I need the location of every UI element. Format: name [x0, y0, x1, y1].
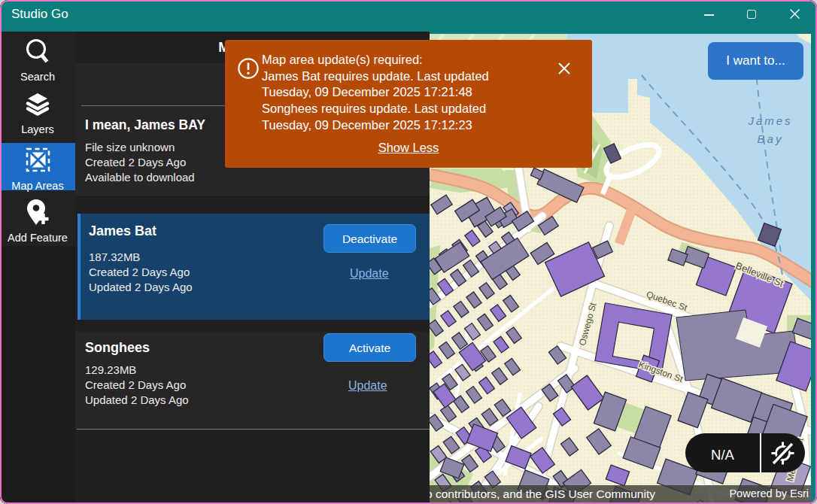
svg-text:Bay: Bay [758, 132, 784, 145]
svg-text:James: James [747, 114, 792, 127]
